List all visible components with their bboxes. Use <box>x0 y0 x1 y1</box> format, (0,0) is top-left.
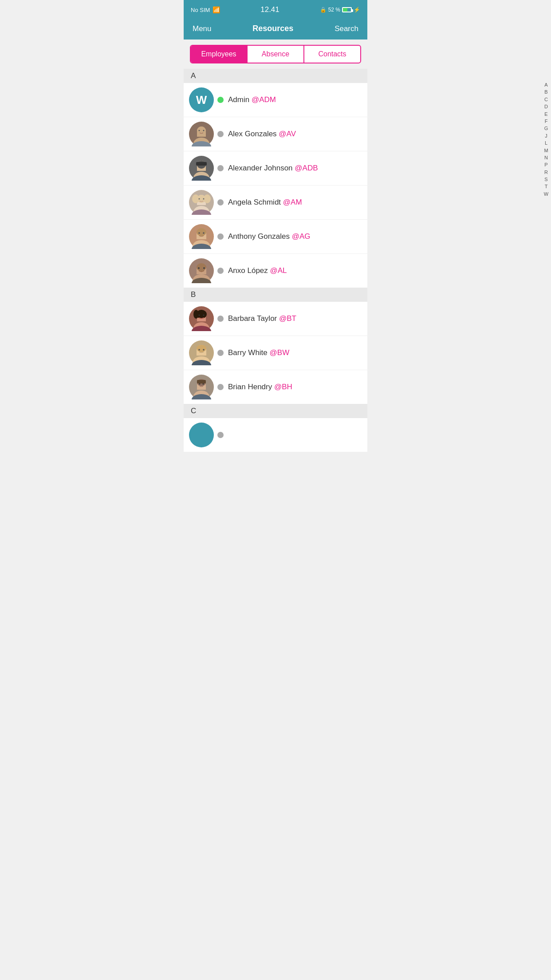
avatar <box>189 306 214 331</box>
navigation-bar: Menu Resources Search <box>184 20 367 40</box>
svg-rect-67 <box>197 380 206 383</box>
list-item[interactable] <box>184 418 367 452</box>
section-header-c: C <box>184 404 367 418</box>
avatar <box>189 224 214 249</box>
list-item[interactable]: Angela Schmidt @AM <box>184 186 367 220</box>
svg-point-6 <box>203 130 205 131</box>
employee-name: Brian Hendry @BH <box>228 383 292 391</box>
svg-point-49 <box>199 315 200 316</box>
status-left: No SIM 📶 <box>191 6 220 13</box>
search-button[interactable]: Search <box>335 24 358 33</box>
svg-point-58 <box>203 349 205 351</box>
battery-indicator <box>342 7 352 12</box>
status-dot-offline <box>217 165 224 171</box>
svg-point-40 <box>198 267 200 269</box>
status-dot-offline <box>217 199 224 205</box>
svg-point-56 <box>197 345 206 352</box>
employee-list-a: W Admin @ADM Alex Gonzales @AV <box>184 83 367 288</box>
section-c: C <box>184 404 367 452</box>
status-dot-offline <box>217 233 224 240</box>
list-item[interactable]: Barbara Taylor @BT <box>184 302 367 336</box>
lock-icon: 🔒 <box>320 7 327 13</box>
list-item[interactable]: Barry White @BW <box>184 336 367 370</box>
employee-name: Alexander Johnson @ADB <box>228 164 318 173</box>
svg-point-31 <box>197 228 206 236</box>
tab-contacts[interactable]: Contacts <box>303 46 360 63</box>
charging-icon: ⚡ <box>354 7 360 13</box>
status-time: 12.41 <box>260 5 279 14</box>
employee-name: Anthony Gonzales @AG <box>228 232 310 241</box>
svg-point-32 <box>198 232 200 234</box>
avatar <box>189 340 214 365</box>
status-dot-offline <box>217 350 224 356</box>
section-b: B Barbara Taylor @BT <box>184 288 367 404</box>
list-item[interactable]: Anthony Gonzales @AG <box>184 220 367 254</box>
svg-point-39 <box>197 263 206 271</box>
tab-absence[interactable]: Absence <box>247 46 303 63</box>
svg-point-41 <box>203 267 205 269</box>
avatar <box>189 423 214 447</box>
avatar <box>189 190 214 215</box>
employee-name: Angela Schmidt @AM <box>228 198 302 207</box>
menu-button[interactable]: Menu <box>193 24 212 33</box>
status-dot-offline <box>217 131 224 137</box>
page-title: Resources <box>252 24 293 33</box>
list-item[interactable]: Alex Gonzales @AV <box>184 117 367 151</box>
tab-employees[interactable]: Employees <box>191 46 247 63</box>
tab-bar: Employees Absence Contacts <box>190 45 361 63</box>
svg-point-50 <box>203 315 205 316</box>
battery-percent: 52 % <box>328 7 340 13</box>
employee-name: Barry White @BW <box>228 348 289 357</box>
status-dot-offline <box>217 316 224 322</box>
svg-point-57 <box>198 349 200 351</box>
section-a: A W Admin @ADM Alex Gonzales @AV <box>184 69 367 288</box>
avatar <box>189 156 214 181</box>
employee-name: Anxo López @AL <box>228 266 287 275</box>
svg-point-22 <box>192 194 199 203</box>
status-dot-online <box>217 97 224 103</box>
status-bar: No SIM 📶 12.41 🔒 52 % ⚡ <box>184 0 367 20</box>
svg-rect-15 <box>196 162 207 166</box>
carrier-label: No SIM <box>191 7 210 13</box>
wifi-icon: 📶 <box>213 6 220 13</box>
status-dot-offline <box>217 432 224 438</box>
avatar: W <box>189 87 214 112</box>
avatar <box>189 122 214 146</box>
avatar <box>189 375 214 399</box>
svg-point-5 <box>199 130 200 131</box>
section-header-b: B <box>184 288 367 302</box>
list-item[interactable]: Anxo López @AL <box>184 254 367 288</box>
list-item[interactable]: Alexander Johnson @ADB <box>184 151 367 186</box>
svg-point-48 <box>193 310 199 319</box>
avatar <box>189 258 214 283</box>
svg-point-23 <box>204 194 211 203</box>
employee-list-b: Barbara Taylor @BT Barry White @BW <box>184 302 367 404</box>
status-dot-offline <box>217 268 224 274</box>
employee-name: Admin @ADM <box>228 95 276 104</box>
svg-point-25 <box>203 198 205 200</box>
status-right: 🔒 52 % ⚡ <box>320 7 360 13</box>
status-dot-offline <box>217 384 224 390</box>
list-item[interactable]: Brian Hendry @BH <box>184 370 367 404</box>
section-header-a: A <box>184 69 367 83</box>
list-item[interactable]: W Admin @ADM <box>184 83 367 117</box>
employee-list-c <box>184 418 367 452</box>
svg-point-24 <box>199 198 200 200</box>
employee-name: Barbara Taylor @BT <box>228 314 296 323</box>
svg-point-33 <box>203 232 205 234</box>
svg-point-69 <box>189 423 214 447</box>
employee-name: Alex Gonzales @AV <box>228 130 296 138</box>
